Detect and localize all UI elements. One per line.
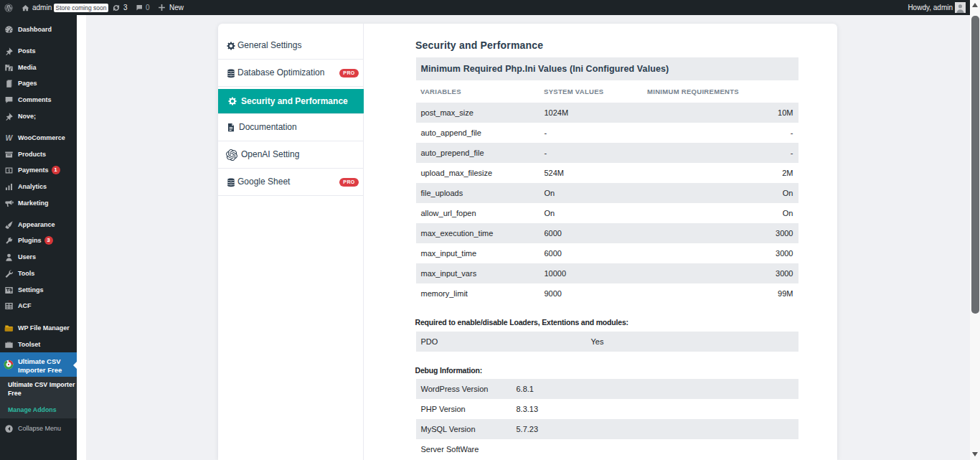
svg-text:W: W bbox=[6, 133, 14, 141]
